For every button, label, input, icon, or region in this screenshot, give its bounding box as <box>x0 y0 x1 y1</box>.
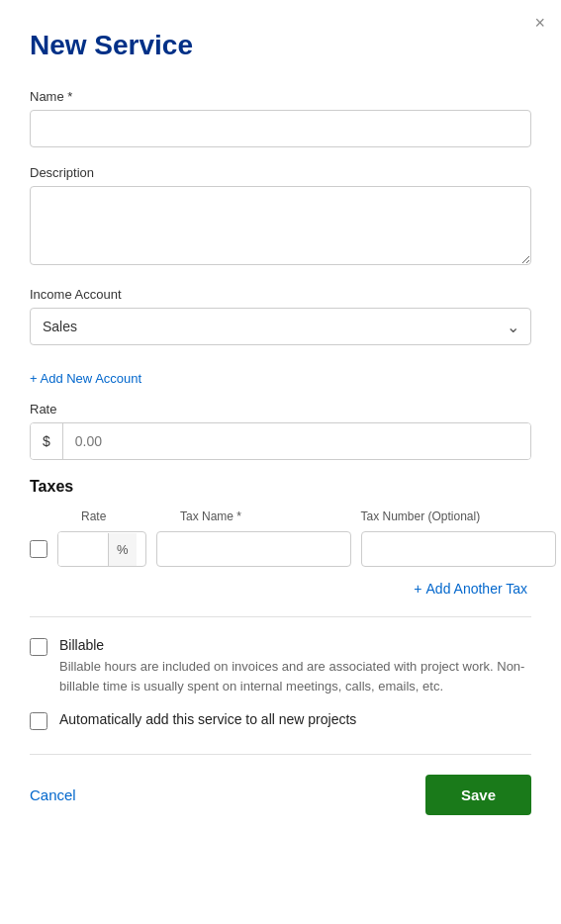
taxes-section: Taxes Rate Tax Name * Tax Number (Option… <box>30 478 531 597</box>
auto-add-label: Automatically add this service to all ne… <box>59 711 531 727</box>
divider-1 <box>30 616 531 617</box>
billable-description: Billable hours are included on invoices … <box>59 657 531 695</box>
footer-actions: Cancel Save <box>30 775 531 815</box>
auto-add-checkbox[interactable] <box>30 712 47 730</box>
billable-checkbox[interactable] <box>30 638 47 656</box>
auto-add-group: Automatically add this service to all ne… <box>30 711 531 730</box>
cancel-button[interactable]: Cancel <box>30 779 76 811</box>
name-group: Name * <box>30 89 531 147</box>
name-input[interactable] <box>30 110 531 147</box>
add-another-tax-button[interactable]: + Add Another Tax <box>30 581 531 597</box>
income-account-group: Income Account Sales Services Other Inco… <box>30 287 531 345</box>
save-button[interactable]: Save <box>425 775 531 815</box>
page-title: New Service <box>30 30 531 61</box>
tax-name-header: Tax Name * <box>180 509 351 523</box>
description-label: Description <box>30 165 531 180</box>
description-input[interactable] <box>30 186 531 265</box>
tax-checkbox[interactable] <box>30 540 47 558</box>
close-button[interactable]: × <box>534 14 545 32</box>
rate-prefix: $ <box>31 423 63 459</box>
footer-divider <box>30 754 531 755</box>
tax-rate-suffix: % <box>108 533 137 566</box>
tax-name-input[interactable] <box>156 531 351 567</box>
tax-number-input[interactable] <box>361 531 556 567</box>
billable-label: Billable <box>59 637 531 653</box>
tax-rate-wrapper: 0 % <box>57 531 146 567</box>
add-account-link[interactable]: + Add New Account <box>30 371 141 386</box>
income-account-label: Income Account <box>30 287 531 302</box>
tax-number-header: Tax Number (Optional) <box>361 509 532 523</box>
rate-input-wrapper: $ <box>30 422 531 460</box>
rate-input[interactable] <box>63 423 530 459</box>
billable-group: Billable Billable hours are included on … <box>30 637 531 695</box>
rate-label: Rate <box>30 402 531 416</box>
income-account-select-wrapper: Sales Services Other Income ⌄ <box>30 308 531 345</box>
tax-row: 0 % <box>30 531 531 567</box>
modal-container: × New Service Name * Description Income … <box>0 0 561 924</box>
rate-group: Rate $ <box>30 402 531 460</box>
billable-label-wrapper: Billable Billable hours are included on … <box>59 637 531 695</box>
tax-rate-input[interactable]: 0 <box>58 532 108 566</box>
auto-add-label-wrapper: Automatically add this service to all ne… <box>59 711 531 727</box>
name-label: Name * <box>30 89 531 104</box>
tax-rate-header: Rate <box>81 509 170 523</box>
tax-headers: Rate Tax Name * Tax Number (Optional) <box>30 509 531 523</box>
taxes-title: Taxes <box>30 478 531 496</box>
income-account-select[interactable]: Sales Services Other Income <box>30 308 531 345</box>
description-group: Description <box>30 165 531 269</box>
plus-icon: + <box>414 581 421 597</box>
add-another-tax-label: Add Another Tax <box>426 581 527 597</box>
